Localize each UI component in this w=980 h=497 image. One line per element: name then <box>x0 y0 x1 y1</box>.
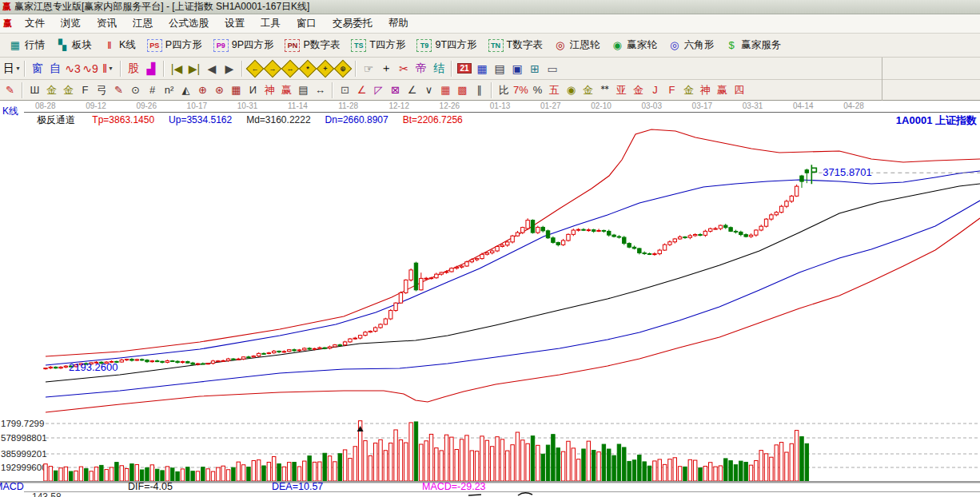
crosshair-tool-icon[interactable]: ＋ <box>377 60 395 78</box>
flag-tool-icon[interactable]: ◭ <box>177 82 194 98</box>
toolbar-button-sectors[interactable]: ▚板块 <box>50 36 98 55</box>
gann-left-icon[interactable]: ← <box>246 60 264 78</box>
toolbar-button-gann-wheel[interactable]: ◎江恩轮 <box>548 36 606 55</box>
save-icon[interactable]: ▣ <box>508 60 526 78</box>
calendar-icon[interactable]: 21 <box>456 60 473 78</box>
frame-tool-icon[interactable]: ⊡ <box>337 82 353 98</box>
five-pct-icon[interactable]: 五 <box>546 82 563 98</box>
pane-label-kline[interactable]: K线 <box>2 105 18 118</box>
print-icon[interactable]: ▭ <box>544 60 561 78</box>
toolbar-button-winner-service[interactable]: $赢家服务 <box>719 36 787 55</box>
ya-line-icon[interactable]: 亚 <box>613 82 630 98</box>
person-pencil-icon[interactable]: ᕯ <box>596 82 613 98</box>
gold-angle-icon[interactable]: 金 <box>630 82 647 98</box>
toolbar-button-9t-square[interactable]: T99T四方形 <box>411 36 482 55</box>
toolbar-button-p-table[interactable]: PNP数字表 <box>279 36 345 55</box>
period-day-icon[interactable]: 日▼ <box>3 60 21 78</box>
title-bar[interactable]: 赢 赢家江恩专业版[赢家内部服务平台] - [上证指数 SH1A0001-167… <box>0 0 980 14</box>
check-line-icon[interactable]: ∨ <box>420 82 437 98</box>
gold-angle2-icon[interactable]: 金 <box>680 82 697 98</box>
red-grid-1-icon[interactable]: ▦ <box>437 82 454 98</box>
t-table-label: T数字表 <box>507 38 543 52</box>
menu-item-4[interactable]: 公式选股 <box>161 15 217 31</box>
hand-tool-icon[interactable]: ☞ <box>360 60 377 78</box>
notes-icon[interactable]: ▤ <box>491 60 508 78</box>
menu-item-5[interactable]: 设置 <box>217 15 253 31</box>
menu-item-7[interactable]: 窗口 <box>289 15 325 31</box>
stock-pick-icon[interactable]: 股 <box>125 60 142 78</box>
box-grid-icon[interactable]: ▦ <box>228 82 245 98</box>
candle-style-icon[interactable]: ‖▼ <box>99 60 117 78</box>
n-square-icon[interactable]: n² <box>161 82 177 98</box>
window-icon[interactable]: 窗 <box>29 60 46 78</box>
cut-tool-icon[interactable]: ✂ <box>395 60 412 78</box>
calculator-icon[interactable]: ▦ <box>473 60 491 78</box>
toolbar-button-hexagon[interactable]: ◎六角形 <box>663 36 720 55</box>
fan-lines-icon[interactable]: ∠ <box>353 82 370 98</box>
network-icon[interactable]: ⊞ <box>526 60 544 78</box>
red-grid-2-icon[interactable]: ▩ <box>454 82 471 98</box>
f-lines-icon[interactable]: F <box>77 82 94 98</box>
h-expand-icon[interactable]: ↔ <box>312 82 329 98</box>
menu-item-6[interactable]: 工具 <box>253 15 289 31</box>
gann-expand-icon[interactable]: ↔ <box>281 60 299 78</box>
shen-angle-icon[interactable]: 神 <box>697 82 714 98</box>
ying-tool-icon[interactable]: 赢 <box>278 82 295 98</box>
toolbar-button-t-table[interactable]: TNT数字表 <box>483 36 548 55</box>
menu-item-0[interactable]: 文件 <box>17 15 53 31</box>
ruler-grid-icon[interactable]: ▤ <box>295 82 312 98</box>
angle-line-icon[interactable]: ∠ <box>404 82 420 98</box>
f-angle-icon[interactable]: F <box>663 82 680 98</box>
parallel-icon[interactable]: ∥ <box>471 82 488 98</box>
gold-grid-1-icon[interactable]: 金 <box>43 82 60 98</box>
menu-item-2[interactable]: 资讯 <box>89 15 125 31</box>
gann-target-icon[interactable]: ⊕ <box>334 60 352 78</box>
shen-tool-icon[interactable]: 神 <box>261 82 278 98</box>
j-angle-icon[interactable]: J <box>647 82 663 98</box>
menu-item-1[interactable]: 浏览 <box>53 15 89 31</box>
hatch-lines-icon[interactable]: Ш <box>26 82 43 98</box>
chart-9-icon[interactable]: ∿9 <box>82 60 99 78</box>
menu-item-9[interactable]: 帮助 <box>380 15 416 31</box>
menu-item-3[interactable]: 江恩 <box>125 15 161 31</box>
bow-tool-icon[interactable]: 弓 <box>94 82 110 98</box>
menu-item-8[interactable]: 交易委托 <box>325 15 380 31</box>
indicator-name[interactable]: 极反通道 <box>37 114 75 125</box>
seven-pct-icon[interactable]: 7% <box>512 82 529 98</box>
gann-star-icon[interactable]: * <box>299 60 317 78</box>
circle-cycle-icon[interactable]: ⊙ <box>127 82 144 98</box>
fan-box-icon[interactable]: ◸ <box>370 82 387 98</box>
first-bar-icon[interactable]: |◀ <box>168 60 185 78</box>
toolbar-button-t-square[interactable]: TST四方形 <box>345 36 411 55</box>
gann-cross-icon[interactable]: + <box>317 60 334 78</box>
chart-3-icon[interactable]: ∿3 <box>64 60 82 78</box>
toolbar-button-quotes[interactable]: ▦行情 <box>3 36 50 55</box>
brain-tool-icon[interactable]: 结 <box>430 60 448 78</box>
toolbar-button-9p-square[interactable]: P99P四方形 <box>208 36 280 55</box>
circle-cross-icon[interactable]: ⊕ <box>194 82 211 98</box>
gold-line-icon[interactable]: 金 <box>580 82 596 98</box>
angle-pencil-icon[interactable]: ✎ <box>110 82 127 98</box>
web-tool-icon[interactable]: ⊛ <box>211 82 228 98</box>
color-chart-icon[interactable]: ▟ <box>142 60 160 78</box>
ying-angle-icon[interactable]: 赢 <box>714 82 731 98</box>
toolbar-button-p-square[interactable]: PSP四方形 <box>141 36 208 55</box>
four-angle-icon[interactable]: 四 <box>731 82 747 98</box>
chart-canvas[interactable]: 1799.72995789988013859992011929996003715… <box>0 101 980 497</box>
emperor-tool-icon[interactable]: 帝 <box>412 60 430 78</box>
last-bar-icon[interactable]: ▶| <box>185 60 203 78</box>
gold-circle-icon[interactable]: ◉ <box>563 82 580 98</box>
prev-bar-icon[interactable]: ◀ <box>203 60 221 78</box>
i-mark-icon[interactable]: И <box>245 82 261 98</box>
pencil-icon[interactable]: ✎ <box>2 82 18 98</box>
toolbar-button-winner-wheel[interactable]: ◉赢家轮 <box>605 36 663 55</box>
next-bar-icon[interactable]: ▶ <box>221 60 238 78</box>
info-icon[interactable]: 自 <box>46 60 64 78</box>
box-x-icon[interactable]: ⊠ <box>387 82 404 98</box>
tally-lines-icon[interactable]: # <box>144 82 161 98</box>
toolbar-button-kline[interactable]: ‖K线 <box>98 36 141 55</box>
gold-grid-2-icon[interactable]: 金 <box>60 82 77 98</box>
gann-right-icon[interactable]: → <box>264 60 281 78</box>
compare-icon[interactable]: 比 <box>496 82 512 98</box>
percent-icon[interactable]: % <box>529 82 546 98</box>
